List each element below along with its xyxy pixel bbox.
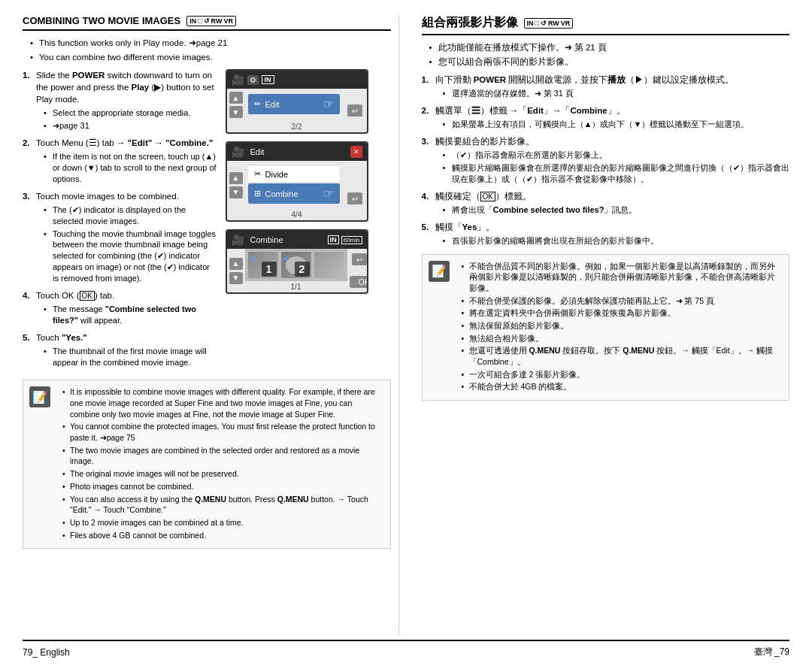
screen-2-close-btn[interactable]: ✕: [350, 146, 362, 158]
left-step-4: 4. Touch OK (OK) tab. The message "Combi…: [23, 289, 218, 328]
nav-up-btn-3[interactable]: ▲: [229, 258, 243, 270]
step-4-subs: The message "Combine selected two files?…: [36, 304, 218, 326]
right-note-4: 無法保留原始的影片影像。: [462, 320, 783, 331]
r-badge-rw: RW: [548, 20, 559, 27]
step-1-sub-1: Select the appropriate storage media.: [44, 107, 218, 119]
screen-2-counter: 4/4: [227, 209, 367, 220]
screen-1-edit-item[interactable]: ✏ Edit ☞: [248, 94, 340, 114]
step-content-1: Slide the POWER switch downward to turn …: [36, 69, 218, 133]
left-title: COMBINING TWO MOVIE IMAGES: [23, 15, 180, 26]
screen-3-header: 🎥 Combine IN 60min: [227, 231, 367, 249]
screen-3-badge-in: IN: [328, 235, 339, 244]
main-content: COMBINING TWO MOVIE IMAGES IN □ ↺ RW VR …: [23, 15, 789, 635]
step-3-subs: The (✔) indicator is displayed on the se…: [36, 204, 218, 284]
screen-3-right: ↩ OK: [347, 249, 368, 292]
screen-1-back-area: ↩: [343, 89, 367, 121]
screen-1-counter: 2/2: [227, 121, 367, 132]
right-step-3: 3. 觸摸要組合的影片影像。 （✔）指示器會顯示在所選的影片影像上。 觸摸影片縮…: [422, 135, 790, 186]
thumb-2[interactable]: ✔ 2: [281, 252, 311, 278]
step-num-5: 5.: [23, 331, 33, 370]
screen-3-body: ▲ ▼ ✔ 1: [227, 249, 367, 292]
right-note-2: 不能合併受保護的影像。必須先解除保護功能再貼上它。➜ 第 75 頁: [462, 295, 783, 307]
right-step-1: 1. 向下滑動 POWER 開關以開啟電源，並按下播放（▶）鍵以設定播放模式。 …: [422, 74, 790, 101]
screen-2-combine-item[interactable]: ⊞ Combine ☞: [248, 183, 340, 204]
ok-btn[interactable]: OK: [350, 276, 368, 288]
r-step-num-2: 2.: [422, 104, 432, 132]
screen-1-menu-area: ✏ Edit ☞: [245, 89, 343, 121]
nav-up-btn-1[interactable]: ▲: [229, 92, 243, 104]
badge-arrow: ↺: [204, 17, 210, 25]
left-note-2: You cannot combine the protected images.…: [62, 421, 384, 443]
left-note-list: It is impossible to combine movie images…: [56, 386, 384, 540]
footer-left: 79_ English: [23, 647, 70, 658]
left-note-text: It is impossible to combine movie images…: [56, 386, 384, 542]
left-step-5: 5. Touch "Yes." The thumbnail of the fir…: [23, 331, 218, 370]
r-step-4-subs: 將會出現「Combine selected two files?」訊息。: [435, 204, 790, 216]
left-note-3: The two movie images are combined in the…: [62, 445, 384, 467]
screen-1-badge-in: IN: [262, 75, 274, 84]
left-steps: 1. Slide the POWER switch downward to tu…: [23, 69, 218, 374]
r-step-num-5: 5.: [422, 221, 432, 248]
screen-2-divide-item[interactable]: ✂ Divide: [248, 166, 340, 182]
thumb-1[interactable]: ✔ 1: [248, 252, 278, 278]
page: COMBINING TWO MOVIE IMAGES IN □ ↺ RW VR …: [0, 0, 812, 666]
screen-2-body: ▲ ▼ ✂ Divide ⊞ Combine: [227, 161, 367, 209]
screen-3-thumb-area: ✔ 1 ✔ 2: [245, 249, 347, 292]
left-note-4: The original movie images will not be pr…: [62, 468, 384, 480]
r-badge-vr: VR: [561, 20, 571, 27]
left-note-8: Files above 4 GB cannot be combined.: [62, 530, 384, 541]
left-numbered-list: 1. Slide the POWER switch downward to tu…: [23, 69, 218, 369]
thumb-1-num: 1: [262, 262, 277, 277]
note-icon-right: 📝: [429, 261, 450, 282]
r-step-1-sub-1: 選擇適當的儲存媒體。➜ 第 31 頁: [443, 88, 790, 99]
thumb-2-num: 2: [295, 262, 310, 277]
nav-down-btn-3[interactable]: ▼: [229, 272, 243, 284]
nav-down-btn-1[interactable]: ▼: [229, 106, 243, 118]
right-intro-list: 此功能僅能在播放模式下操作。➜ 第 21 頁 您可以組合兩張不同的影片影像。: [422, 41, 790, 68]
step-content-4: Touch OK (OK) tab. The message "Combine …: [36, 289, 218, 328]
right-step-4: 4. 觸摸確定（OK）標籤。 將會出現「Combine selected two…: [422, 190, 790, 217]
screen-1-nav: ▲ ▼: [227, 89, 245, 121]
step-5-subs: The thumbnail of the first movie image w…: [36, 346, 218, 368]
screen-2: 🎥 Edit ✕ ▲ ▼ ✂: [226, 141, 368, 222]
back-btn-1[interactable]: ↩: [347, 104, 362, 117]
screen-2-header: 🎥 Edit ✕: [227, 143, 367, 161]
left-note-box: 📝 It is impossible to combine movie imag…: [23, 380, 391, 549]
right-note-3: 將在選定資料夾中合併兩個影片影像並恢復為影片影像。: [462, 307, 783, 319]
left-step-2: 2. Touch Menu (☰) tab → "Edit" → "Combin…: [23, 137, 218, 186]
left-step-1: 1. Slide the POWER switch downward to tu…: [23, 69, 218, 133]
back-btn-2[interactable]: ↩: [347, 192, 362, 204]
nav-up-btn-2[interactable]: ▲: [229, 172, 243, 184]
nav-down-btn-2[interactable]: ▼: [229, 186, 243, 198]
left-note-1: It is impossible to combine movie images…: [62, 386, 384, 419]
right-note-list: 不能合併品質不同的影片影像。例如，如果一個影片影像是以高清晰錄製的，而另外兩個影…: [456, 261, 783, 393]
back-btn-3[interactable]: ↩: [352, 253, 367, 265]
combine-icon: ⊞: [254, 189, 261, 198]
r-step-content-1: 向下滑動 POWER 開關以開啟電源，並按下播放（▶）鍵以設定播放模式。 選擇適…: [435, 74, 790, 101]
screen-3: 🎥 Combine IN 60min ▲ ▼: [226, 229, 368, 294]
left-step-3: 3. Touch movie images to be combined. Th…: [23, 190, 218, 286]
thumb-3[interactable]: [314, 252, 344, 278]
thumbnail-row: ✔ 1 ✔ 2: [245, 249, 347, 281]
step-num-1: 1.: [23, 69, 33, 133]
step-content-2: Touch Menu (☰) tab → "Edit" → "Combine."…: [36, 137, 218, 186]
screen-3-counter: 1/1: [245, 281, 347, 292]
step-content-3: Touch movie images to be combined. The (…: [36, 190, 218, 286]
screen-3-header-left: 🎥 Combine: [232, 234, 283, 246]
page-footer: 79_ English 臺灣 _79: [23, 640, 789, 658]
right-section-title: 組合兩張影片影像 IN □ ↺ RW VR: [422, 15, 790, 35]
r-step-num-3: 3.: [422, 135, 432, 186]
divide-label: Divide: [265, 170, 289, 179]
right-column: 組合兩張影片影像 IN □ ↺ RW VR 此功能僅能在播放模式下操作。➜ 第 …: [414, 15, 790, 635]
screen-1-header-left: 🎥 ⚙ IN: [232, 74, 274, 86]
right-badge-group: IN □ ↺ RW VR: [524, 18, 574, 29]
step-1-sub-2: ➜page 31: [44, 120, 218, 132]
r-step-5-sub-1: 首張影片影像的縮略圖將會出現在所組合的影片影像中。: [443, 235, 790, 247]
badge-rw: RW: [211, 17, 223, 25]
step-num-2: 2.: [23, 137, 33, 186]
note-icon-left: 📝: [29, 386, 50, 407]
thumb-2-check: ✔: [283, 253, 290, 264]
step-content-5: Touch "Yes." The thumbnail of the first …: [36, 331, 218, 370]
combine-label: Combine: [265, 189, 298, 198]
step-5-sub-1: The thumbnail of the first movie image w…: [44, 346, 218, 368]
